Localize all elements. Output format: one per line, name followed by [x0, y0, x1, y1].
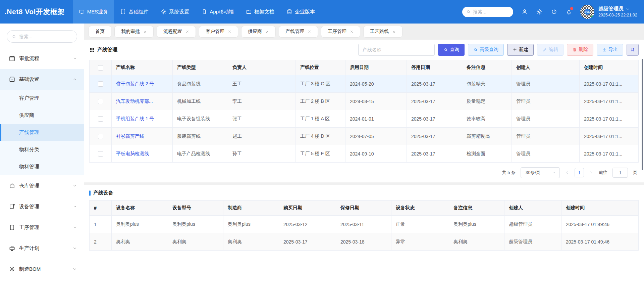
tab-close-icon[interactable]	[308, 30, 311, 34]
cell-start-date: 2024-01-01	[345, 110, 407, 128]
row-checkbox[interactable]	[98, 116, 103, 122]
tab-close-icon[interactable]	[392, 30, 396, 34]
tab[interactable]: 供应商	[241, 26, 276, 38]
search-icon	[12, 34, 16, 39]
table-row[interactable]: 手机组装产线 1 号 电子设备组装线 张工 工厂 1 楼 A 区 2024-01…	[90, 110, 639, 128]
sidebar-item-supplier[interactable]: 供应商	[0, 107, 84, 124]
edit-button[interactable]: 编辑	[537, 44, 564, 56]
nav-item-docs[interactable]: 框架文档	[240, 0, 280, 24]
delete-button[interactable]: 删除	[567, 44, 593, 56]
cell-position: 工厂 4 楼 D 区	[296, 128, 345, 145]
tab[interactable]: 我的审批	[114, 26, 154, 38]
tab-close-icon[interactable]	[265, 30, 269, 34]
header-cell: 创建时间	[561, 201, 639, 216]
cell-stop-date: 2025-03-17	[407, 75, 462, 93]
goto-page-input[interactable]	[612, 168, 628, 178]
avatar[interactable]: VOL	[580, 5, 594, 19]
advanced-query-button[interactable]: 高级查询	[468, 44, 504, 56]
sidebar-item-production-line[interactable]: 产线管理	[0, 124, 84, 141]
tab[interactable]: 流程配置	[157, 26, 196, 38]
next-page-icon[interactable]	[589, 170, 594, 175]
nav-item-components[interactable]: 基础组件	[114, 0, 155, 24]
notification-dot	[570, 7, 573, 10]
table-row[interactable]: 平板电脑检测线 电子产品检测线 孙工 工厂 5 楼 E 区 2024-09-10…	[90, 145, 639, 163]
tab[interactable]: 工艺路线	[363, 26, 402, 38]
cell-creator: 管理员	[512, 93, 580, 110]
cell-line-name[interactable]: 平板电脑检测线	[112, 145, 173, 163]
title-accent-bar	[89, 190, 91, 196]
nav-item-app-mobile[interactable]: App移动端	[195, 0, 240, 24]
cell-line-name[interactable]: 手机组装产线 1 号	[112, 110, 173, 128]
settings-icon[interactable]	[536, 8, 543, 15]
cell-equipment-name: 奥利奥	[112, 233, 168, 251]
cell-line-name[interactable]: 衬衫裁剪产线	[112, 128, 173, 145]
notifications-icon[interactable]	[566, 8, 572, 15]
current-time: 2025-03-25 22:21:02	[598, 12, 637, 18]
section-title-line-equipment: 产线设备	[89, 190, 639, 196]
cell-creator: 超级管理员	[504, 233, 561, 251]
table-row[interactable]: 2 奥利奥 奥利奥 奥利奥 2025-03-17 2025-03-18 异常 奥…	[90, 233, 639, 251]
table-row[interactable]: 饼干包装产线 2 号 食品包装线 王工 工厂 3 楼 C 区 2024-05-2…	[90, 75, 639, 93]
sidebar-search	[7, 30, 77, 43]
prev-page-icon[interactable]	[565, 170, 570, 175]
trash-icon	[572, 47, 577, 52]
row-checkbox[interactable]	[98, 99, 103, 104]
tab-close-icon[interactable]	[185, 30, 189, 34]
cell-manager: 孙工	[228, 145, 296, 163]
table-row[interactable]: 汽车发动机零部... 机械加工线 李工 工厂 2 楼 B 区 2024-03-1…	[90, 93, 639, 110]
cell-line-name[interactable]: 汽车发动机零部...	[112, 93, 173, 110]
cell-manager: 王工	[228, 75, 296, 93]
cell-created-at: 2025-03-17 01:1...	[580, 110, 639, 128]
table-row[interactable]: 衬衫裁剪产线 服装裁剪线 赵工 工厂 4 楼 D 区 2024-07-05 20…	[90, 128, 639, 145]
table-scrollbar[interactable]	[642, 59, 643, 170]
sidebar-item-equipment[interactable]: 设备管理	[0, 196, 84, 217]
select-all-checkbox[interactable]	[98, 65, 103, 71]
cell-created-at: 2025-03-17 01:1...	[580, 75, 639, 93]
query-button[interactable]: 查询	[438, 44, 465, 56]
tab[interactable]: 首页	[89, 26, 111, 38]
line-name-search-input[interactable]	[358, 44, 435, 56]
sidebar-search-input[interactable]	[19, 34, 72, 39]
sidebar-item-process[interactable]: 工序管理	[0, 217, 84, 238]
export-button[interactable]: 导出	[597, 44, 623, 56]
table-row[interactable]: 1 奥利奥plus 奥利奥plus 奥利奥plus 2025-03-12 202…	[90, 216, 639, 233]
nav-item-enterprise[interactable]: 企业版本	[280, 0, 321, 24]
create-button[interactable]: 新建	[507, 44, 534, 56]
tab-close-icon[interactable]	[228, 30, 231, 34]
sidebar-item-manufacturing-bom[interactable]: 制造BOM	[0, 259, 84, 279]
header-cell: 设备状态	[391, 201, 449, 216]
sidebar-item-material-category[interactable]: 物料分类	[0, 141, 84, 158]
sidebar-item-customer-mgmt[interactable]: 客户管理	[0, 90, 84, 107]
sidebar-item-material-mgmt[interactable]: 物料管理	[0, 158, 84, 175]
tab[interactable]: 工序管理	[321, 26, 360, 38]
user-menu[interactable]: 超级管理员	[598, 5, 637, 12]
tab[interactable]: 客户管理	[199, 26, 238, 38]
production-line-panel: 产线管理 查询 高级查询	[84, 40, 644, 182]
topbar-search-input[interactable]	[473, 9, 509, 14]
sidebar-item-basic-settings[interactable]: 基础设置	[0, 69, 84, 90]
tab-close-icon[interactable]	[350, 30, 354, 34]
page-number[interactable]: 1	[575, 168, 584, 177]
page-size-select[interactable]: 30条/页	[521, 167, 560, 178]
sidebar-item-approval-flow[interactable]: 审批流程	[0, 48, 84, 69]
tab-close-icon[interactable]	[143, 30, 147, 34]
gear-icon	[161, 9, 167, 15]
sort-button[interactable]	[627, 44, 639, 56]
header-cell: 购买日期	[279, 201, 336, 216]
nav-item-system-settings[interactable]: 系统设置	[155, 0, 195, 24]
nav-item-mes[interactable]: MES业务	[73, 0, 114, 24]
power-icon[interactable]	[551, 8, 557, 15]
user-icon[interactable]	[521, 8, 528, 15]
row-checkbox[interactable]	[98, 151, 103, 157]
cell-line-name[interactable]: 饼干包装产线 2 号	[112, 75, 173, 93]
cell-manufacturer: 奥利奥plus	[223, 216, 279, 233]
header-cell: 保修日期	[336, 201, 391, 216]
pencil-icon	[542, 47, 547, 52]
sidebar-item-production-plan[interactable]: 生产计划	[0, 238, 84, 259]
row-checkbox[interactable]	[98, 134, 103, 139]
sidebar-item-warehouse[interactable]: 仓库管理	[0, 175, 84, 196]
tab[interactable]: 产线管理	[279, 26, 318, 38]
toolbar: 查询 高级查询 新建 编辑	[358, 44, 639, 56]
cell-equipment-model: 奥利奥	[168, 233, 223, 251]
row-checkbox[interactable]	[98, 81, 103, 87]
